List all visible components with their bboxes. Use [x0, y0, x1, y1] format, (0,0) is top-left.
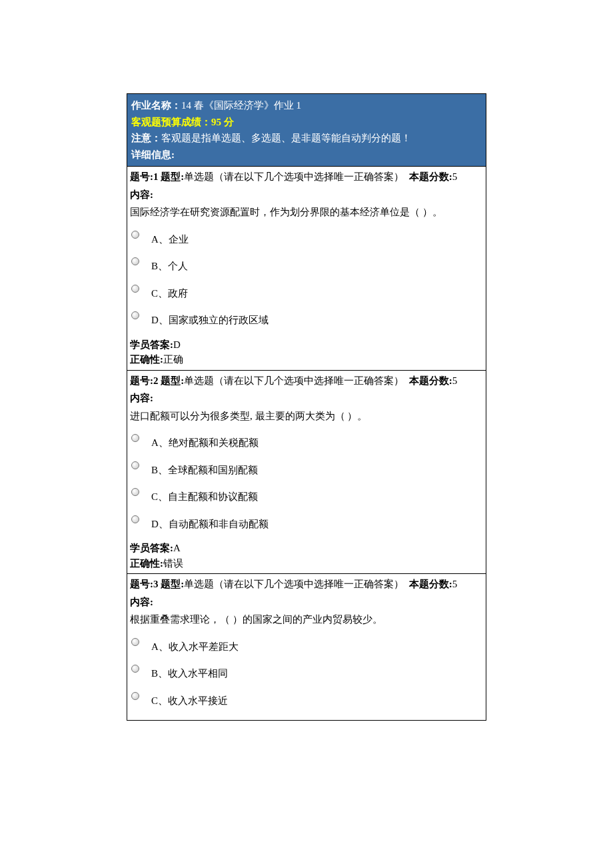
student-answer-label: 学员答案: — [130, 339, 173, 350]
note-value: 客观题是指单选题、多选题、是非题等能自动判分的题！ — [161, 133, 411, 143]
q-num-label: 题号: — [130, 171, 153, 182]
q-score-label: 本题分数: — [409, 375, 452, 386]
question-header: 题号:2 题型:单选题（请在以下几个选项中选择唯一正确答案） 本题分数:5 — [130, 373, 483, 389]
question-block: 题号:3 题型:单选题（请在以下几个选项中选择唯一正确答案） 本题分数:5 内容… — [127, 573, 486, 720]
score-line: 客观题预算成绩：95 分 — [131, 115, 482, 130]
q-type-label: 题型: — [161, 375, 184, 386]
radio-icon[interactable] — [131, 461, 139, 469]
student-answer-line: 学员答案:D — [130, 337, 483, 353]
q-num-label: 题号: — [130, 579, 153, 589]
option-text: B、全球配额和国别配额 — [151, 460, 258, 478]
note-line: 注意：客观题是指单选题、多选题、是非题等能自动判分的题！ — [131, 131, 482, 146]
answer-block: 学员答案:A 正确性:错误 — [130, 541, 483, 571]
student-answer-label: 学员答案: — [130, 543, 173, 553]
option-row[interactable]: C、收入水平接近 — [130, 691, 483, 709]
title-label: 作业名称： — [131, 100, 181, 111]
q-score-label: 本题分数: — [409, 171, 452, 182]
radio-icon[interactable] — [131, 665, 139, 673]
option-text: C、收入水平接近 — [151, 691, 228, 709]
question-text: 根据重叠需求理论，（ ）的国家之间的产业内贸易较少。 — [130, 612, 483, 627]
q-type-label: 题型: — [161, 579, 184, 589]
q-type: 单选题（请在以下几个选项中选择唯一正确答案） — [184, 171, 404, 182]
q-score: 5 — [452, 579, 458, 589]
q-score-label: 本题分数: — [409, 579, 452, 589]
correctness: 正确 — [163, 354, 183, 365]
q-num-label: 题号: — [130, 375, 153, 386]
title-line: 作业名称：14 春《国际经济学》作业 1 — [131, 98, 482, 113]
correctness-label: 正确性: — [130, 354, 163, 365]
content-label: 内容: — [130, 391, 483, 406]
option-text: C、自主配额和协议配额 — [151, 487, 258, 505]
radio-icon[interactable] — [131, 434, 139, 442]
option-text: B、个人 — [151, 256, 188, 274]
score-value: 95 分 — [211, 117, 234, 127]
title-value: 14 春《国际经济学》作业 1 — [181, 100, 301, 111]
option-row[interactable]: C、政府 — [130, 283, 483, 301]
q-score: 5 — [452, 375, 458, 386]
radio-icon[interactable] — [131, 515, 139, 523]
question-text: 进口配额可以分为很多类型, 最主要的两大类为（ ）。 — [130, 409, 483, 424]
q-num: 1 — [153, 171, 159, 182]
option-row[interactable]: A、企业 — [130, 229, 483, 247]
option-text: A、收入水平差距大 — [151, 637, 239, 655]
score-label: 客观题预算成绩： — [131, 117, 211, 127]
option-text: A、绝对配额和关税配额 — [151, 433, 259, 451]
option-text: C、政府 — [151, 283, 188, 301]
option-row[interactable]: D、国家或独立的行政区域 — [130, 310, 483, 328]
radio-icon[interactable] — [131, 285, 139, 293]
option-text: B、收入水平相同 — [151, 663, 228, 681]
radio-icon[interactable] — [131, 257, 139, 265]
radio-icon[interactable] — [131, 638, 139, 646]
header-block: 作业名称：14 春《国际经济学》作业 1 客观题预算成绩：95 分 注意：客观题… — [127, 94, 486, 166]
radio-icon[interactable] — [131, 311, 139, 319]
q-type-label: 题型: — [161, 171, 184, 182]
assignment-container: 作业名称：14 春《国际经济学》作业 1 客观题预算成绩：95 分 注意：客观题… — [127, 93, 486, 721]
question-text: 国际经济学在研究资源配置时，作为划分界限的基本经济单位是（ ）。 — [130, 205, 483, 220]
option-row[interactable]: A、收入水平差距大 — [130, 637, 483, 655]
option-text: A、企业 — [151, 229, 189, 247]
correctness-line: 正确性:正确 — [130, 352, 483, 367]
q-score: 5 — [452, 171, 458, 182]
option-text: D、国家或独立的行政区域 — [151, 310, 269, 328]
q-num: 2 — [153, 375, 159, 386]
question-header: 题号:3 题型:单选题（请在以下几个选项中选择唯一正确答案） 本题分数:5 — [130, 577, 483, 592]
question-block: 题号:2 题型:单选题（请在以下几个选项中选择唯一正确答案） 本题分数:5 内容… — [127, 370, 486, 574]
question-block: 题号:1 题型:单选题（请在以下几个选项中选择唯一正确答案） 本题分数:5 内容… — [127, 166, 486, 370]
question-header: 题号:1 题型:单选题（请在以下几个选项中选择唯一正确答案） 本题分数:5 — [130, 169, 483, 185]
student-answer-line: 学员答案:A — [130, 541, 483, 556]
q-type: 单选题（请在以下几个选项中选择唯一正确答案） — [184, 375, 404, 386]
option-text: D、自动配额和非自动配额 — [151, 514, 269, 532]
content-label: 内容: — [130, 187, 483, 203]
student-answer: A — [173, 543, 181, 553]
option-row[interactable]: B、个人 — [130, 256, 483, 274]
option-row[interactable]: B、全球配额和国别配额 — [130, 460, 483, 478]
option-row[interactable]: C、自主配额和协议配额 — [130, 487, 483, 505]
note-label: 注意： — [131, 133, 161, 143]
detail-label: 详细信息: — [131, 149, 175, 160]
radio-icon[interactable] — [131, 231, 139, 239]
correctness-line: 正确性:错误 — [130, 556, 483, 571]
q-num: 3 — [153, 579, 159, 589]
option-row[interactable]: A、绝对配额和关税配额 — [130, 433, 483, 451]
option-row[interactable]: D、自动配额和非自动配额 — [130, 514, 483, 532]
answer-block: 学员答案:D 正确性:正确 — [130, 337, 483, 367]
option-row[interactable]: B、收入水平相同 — [130, 663, 483, 681]
correctness-label: 正确性: — [130, 558, 163, 569]
student-answer: D — [173, 339, 181, 350]
detail-line: 详细信息: — [131, 147, 482, 163]
radio-icon[interactable] — [131, 692, 139, 700]
radio-icon[interactable] — [131, 488, 139, 496]
content-label: 内容: — [130, 595, 483, 610]
q-type: 单选题（请在以下几个选项中选择唯一正确答案） — [184, 579, 404, 589]
correctness: 错误 — [163, 558, 183, 569]
